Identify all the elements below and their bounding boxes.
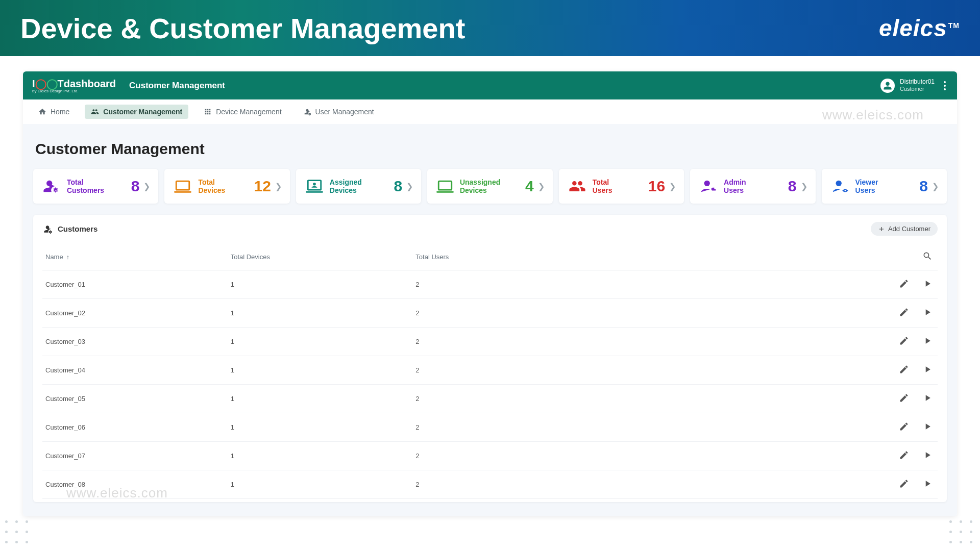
table-row: Customer_0812 [42,470,938,499]
stat-row: TotalCustomers 8 ❯ TotalDevices 12 ❯ [33,169,947,204]
app-nav: Home Customer Management Device Manageme… [23,99,957,124]
person-gear-icon [42,224,53,234]
cell-devices: 1 [231,338,416,345]
play-button[interactable] [920,419,935,435]
edit-button[interactable] [897,277,911,292]
chevron-right-icon: ❯ [669,182,676,191]
edit-button[interactable] [897,305,911,321]
nav-device-management[interactable]: Device Management [198,105,287,119]
cell-name: Customer_06 [45,423,231,431]
chevron-right-icon: ❯ [538,182,545,191]
edit-button[interactable] [897,391,911,407]
table-header-row: Name↑ Total Devices Total Users [42,244,938,270]
stat-assigned-devices[interactable]: AssignedDevices 8 ❯ [296,169,421,204]
cell-name: Customer_01 [45,281,231,288]
chevron-right-icon: ❯ [932,182,939,191]
stat-admin-users[interactable]: AdminUsers 8 ❯ [690,169,815,204]
edit-button[interactable] [897,419,911,435]
nav-home[interactable]: Home [32,105,76,119]
chevron-right-icon: ❯ [275,182,282,191]
cell-name: Customer_07 [45,452,231,460]
svg-rect-0 [177,181,190,190]
home-icon [38,108,46,116]
col-name[interactable]: Name↑ [45,253,231,261]
cell-name: Customer_05 [45,395,231,403]
cell-users: 2 [415,481,878,488]
edit-button[interactable] [897,362,911,378]
play-button[interactable] [920,305,935,321]
user-chip[interactable]: Distributor01 Customer [880,79,935,93]
nav-customer-management[interactable]: Customer Management [85,105,188,119]
edit-button[interactable] [897,334,911,349]
app-header: I◯◯Tdashboard by Eleics Design Pvt. Ltd.… [23,71,957,99]
cell-devices: 1 [231,366,416,374]
person-gear-icon [303,108,311,116]
user-role: Customer [900,86,935,92]
table-row: Customer_0512 [42,385,938,413]
nav-label: Device Management [216,108,281,116]
sort-asc-icon: ↑ [66,254,69,261]
play-button[interactable] [920,448,935,464]
slide-banner: Device & Customer Management eleicsTM [0,0,980,56]
customers-table-card: Customers Add Customer Name↑ Total Devic… [33,215,947,502]
col-total-users[interactable]: Total Users [415,253,878,261]
play-icon [922,421,933,432]
stat-viewer-users[interactable]: ViewerUsers 8 ❯ [822,169,947,204]
play-icon [922,336,933,346]
cell-users: 2 [415,452,878,460]
nav-label: Customer Management [103,108,182,116]
play-button[interactable] [920,477,935,492]
svg-point-5 [836,181,841,186]
app-frame: I◯◯Tdashboard by Eleics Design Pvt. Ltd.… [23,71,957,516]
app-logo: I◯◯Tdashboard by Eleics Design Pvt. Ltd. [32,78,116,93]
cell-name: Customer_04 [45,366,231,374]
nav-label: User Management [315,108,374,116]
stat-unassigned-devices[interactable]: Unassigned Devices 4 ❯ [427,169,552,204]
brand-logo: eleicsTM [879,14,960,42]
cell-devices: 1 [231,309,416,317]
play-button[interactable] [920,391,935,407]
table-row: Customer_0312 [42,328,938,356]
chevron-right-icon: ❯ [406,182,413,191]
more-menu-button[interactable] [942,79,948,92]
header-section-title: Customer Management [129,81,225,91]
cell-devices: 1 [231,423,416,431]
edit-button[interactable] [897,477,911,492]
cell-devices: 1 [231,395,416,403]
cell-name: Customer_02 [45,309,231,317]
col-total-devices[interactable]: Total Devices [231,253,416,261]
cell-devices: 1 [231,481,416,488]
avatar-icon [880,79,895,93]
play-button[interactable] [920,362,935,378]
add-customer-button[interactable]: Add Customer [871,222,938,236]
laptop-user-icon [304,176,325,196]
laptop-outline-icon [435,176,455,196]
edit-button[interactable] [897,448,911,464]
page-body: Customer Management TotalCustomers 8 ❯ T… [23,124,957,516]
chevron-right-icon: ❯ [143,182,150,191]
stat-total-customers[interactable]: TotalCustomers 8 ❯ [33,169,158,204]
play-button[interactable] [920,334,935,349]
play-button[interactable] [920,277,935,292]
stat-total-users[interactable]: TotalUsers 16 ❯ [559,169,684,204]
cell-devices: 1 [231,281,416,288]
nav-user-management[interactable]: User Management [297,105,380,119]
pencil-icon [899,421,909,432]
page-title: Customer Management [35,140,205,158]
table-row: Customer_0712 [42,442,938,470]
play-icon [922,307,933,317]
decorative-dots [949,520,975,546]
search-button[interactable] [920,249,935,265]
cell-users: 2 [415,281,878,288]
person-key-icon [698,176,719,196]
play-icon [922,364,933,374]
stat-total-devices[interactable]: TotalDevices 12 ❯ [164,169,289,204]
pencil-icon [899,336,909,346]
user-name: Distributor01 [900,79,935,86]
chevron-right-icon: ❯ [801,182,807,191]
cell-users: 2 [415,366,878,374]
laptop-icon [173,176,193,196]
cell-name: Customer_03 [45,338,231,345]
search-icon [922,251,933,261]
cell-users: 2 [415,338,878,345]
